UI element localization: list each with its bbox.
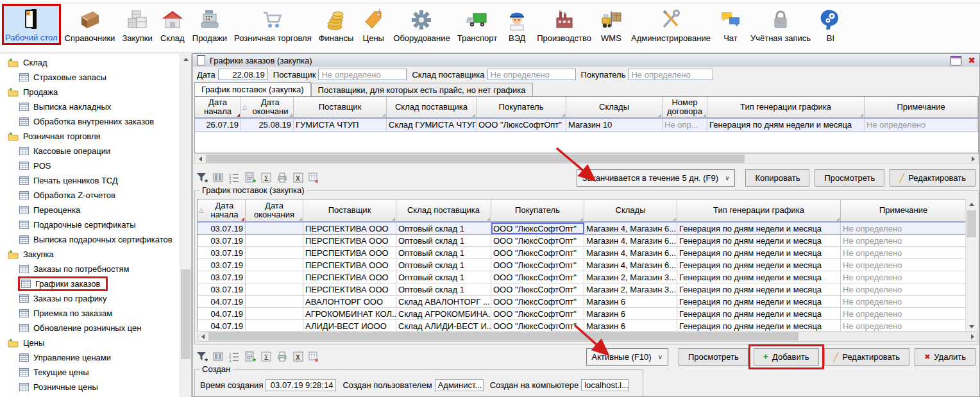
scroll-left-icon[interactable] bbox=[195, 154, 205, 164]
cell[interactable]: Не определено bbox=[841, 283, 967, 295]
cell[interactable] bbox=[246, 247, 303, 258]
cell[interactable]: Генерация по дням недели и месяца bbox=[707, 119, 865, 131]
cell[interactable]: Не определено bbox=[841, 235, 967, 246]
cell[interactable]: ПЕРСПЕКТИВА ООО bbox=[303, 271, 396, 283]
sidebar-item-заказы-по-графику[interactable]: Заказы по графику bbox=[0, 291, 180, 306]
hide-columns-icon[interactable] bbox=[212, 171, 224, 184]
cell[interactable]: АЛИДИ-ВЕСТ ИООО bbox=[303, 320, 396, 332]
sidebar-item-розничные-цены[interactable]: Розничные цены bbox=[0, 380, 180, 394]
cell[interactable]: Не определено bbox=[841, 296, 967, 307]
column-header[interactable]: Дата окончания bbox=[246, 199, 303, 221]
sum-icon[interactable]: Σ bbox=[260, 350, 273, 363]
supplier-field[interactable]: Не определено bbox=[318, 69, 407, 80]
cell[interactable]: Не определено bbox=[841, 308, 967, 319]
column-header[interactable]: Примечание bbox=[865, 97, 978, 117]
cell[interactable]: Склад АЛИДИ-ВЕСТ И... bbox=[396, 320, 491, 332]
cell[interactable] bbox=[246, 320, 303, 332]
toolbar-item-lock[interactable]: Учётная запись bbox=[747, 4, 814, 45]
sidebar-item-переоценка[interactable]: Переоценка bbox=[0, 203, 180, 217]
toolbar-item-customs[interactable]: ВЭД bbox=[501, 4, 533, 45]
table-row[interactable]: 03.07.19ПЕРСПЕКТИВА ООООптовый склад 1ОО… bbox=[198, 247, 967, 259]
cell[interactable]: Склад ГУМИСТА ЧТУП bbox=[387, 119, 477, 131]
print-icon[interactable] bbox=[276, 171, 289, 184]
cell[interactable]: 03.07.19 bbox=[198, 235, 246, 246]
filter-add-icon[interactable] bbox=[196, 350, 208, 363]
cell[interactable]: Оптовый склад 1 bbox=[396, 271, 491, 283]
toolbar-item-truck[interactable]: Транспорт bbox=[454, 4, 501, 45]
cell[interactable] bbox=[246, 259, 303, 271]
main-table-vscrollbar[interactable] bbox=[965, 199, 977, 332]
buyer-field[interactable]: Не определено bbox=[628, 69, 713, 80]
cell[interactable]: Магазин 2, Магазин 3... bbox=[584, 283, 677, 295]
cell[interactable]: Генерация по дням недели и месяца bbox=[677, 271, 841, 283]
sidebar-item-выписка-подарочных-сертификатов[interactable]: Выписка подарочных сертификатов bbox=[0, 232, 180, 247]
sidebar-item-страховые-запасы[interactable]: Страховые запасы bbox=[0, 70, 180, 85]
cell[interactable]: АГРОКОМБИНАТ КОЛ... bbox=[303, 308, 396, 319]
main-table-hscrollbar[interactable] bbox=[197, 331, 978, 342]
cell[interactable]: ООО "ЛюксСофтОпт" bbox=[491, 308, 584, 319]
cell[interactable]: 03.07.19 bbox=[198, 247, 246, 258]
date-field[interactable]: 22.08.19 bbox=[218, 69, 268, 80]
toolbar-item-chat[interactable]: Чат bbox=[714, 4, 747, 45]
edit-button[interactable]: ╱Редактировать bbox=[890, 169, 976, 187]
cell[interactable]: Не определено bbox=[865, 119, 978, 131]
toolbar-item-gear[interactable]: Оборудование bbox=[390, 4, 453, 45]
excel-export-icon[interactable]: X bbox=[292, 171, 305, 184]
toolbar-item-desktop[interactable]: Рабочий стол bbox=[2, 4, 61, 45]
scrollbar-thumb[interactable] bbox=[181, 269, 190, 359]
close-icon[interactable]: ✖ bbox=[968, 56, 976, 65]
toolbar-item-forklift[interactable]: WMS bbox=[595, 4, 627, 45]
cell[interactable]: 04.07.19 bbox=[198, 296, 246, 307]
cell[interactable]: Генерация по дням недели и месяца bbox=[677, 247, 841, 258]
cell[interactable]: Магазин 2, Магазин 3... bbox=[584, 271, 677, 283]
table-row[interactable]: 03.07.19ПЕРСПЕКТИВА ООООптовый склад 1ОО… bbox=[198, 271, 967, 283]
toolbar-item-factory[interactable]: Производство bbox=[534, 4, 595, 45]
column-header[interactable]: Дата начала bbox=[195, 97, 241, 117]
column-header[interactable]: △Дата окончани bbox=[241, 97, 294, 117]
toolbar-item-boxes[interactable]: Закупки bbox=[119, 4, 155, 45]
table-row[interactable]: 26.07.1925.08.19ГУМИСТА ЧТУПСклад ГУМИСТ… bbox=[195, 118, 978, 131]
cell[interactable] bbox=[246, 308, 303, 319]
cell[interactable]: АВАЛОНТОРГ ООО bbox=[303, 296, 396, 307]
numbered-list-icon[interactable]: 123 bbox=[228, 171, 241, 184]
view-button[interactable]: Просмотреть bbox=[815, 169, 884, 187]
scroll-right-icon[interactable] bbox=[968, 154, 978, 164]
toolbar-item-tag[interactable]: Цены bbox=[357, 4, 389, 45]
cell[interactable]: Генерация по дням недели и месяца bbox=[677, 223, 841, 234]
cell[interactable]: Склад АГРОКОМБИНА... bbox=[396, 308, 491, 319]
sidebar-item-продажа[interactable]: Продажа bbox=[0, 85, 180, 99]
cell[interactable]: ГУМИСТА ЧТУП bbox=[294, 119, 387, 131]
table-row[interactable]: 04.07.19АВАЛОНТОРГ ОООСклад АВАЛОНТОРГ .… bbox=[198, 296, 967, 308]
sidebar-item-подарочные-сертификаты[interactable]: Подарочные сертификаты bbox=[0, 217, 180, 232]
copy-button[interactable]: Копировать bbox=[745, 169, 809, 187]
cell[interactable]: Магазин 4, Магазин 6... bbox=[584, 223, 677, 234]
sidebar-item-графики-заказов[interactable]: Графики заказов bbox=[0, 276, 180, 291]
cell[interactable]: Магазин 4, Магазин 6... bbox=[584, 247, 677, 258]
column-header[interactable]: △Дата начала bbox=[198, 199, 246, 221]
created-time-field[interactable]: 03.07.19 9:28:14 bbox=[266, 379, 336, 391]
column-header[interactable]: Поставщик bbox=[294, 97, 387, 117]
column-header[interactable]: Тип генерации графика bbox=[707, 97, 865, 117]
cell[interactable]: Не определено bbox=[841, 271, 967, 283]
cell[interactable]: ООО "ЛюксСофтОпт" bbox=[491, 223, 584, 234]
cell[interactable]: Оптовый склад 1 bbox=[396, 223, 491, 234]
sidebar-item-текущие-цены[interactable]: Текущие цены bbox=[0, 365, 180, 380]
toolbar-item-coins[interactable]: Финансы bbox=[316, 4, 357, 45]
cell[interactable]: Не опр... bbox=[663, 119, 707, 131]
sidebar-item-заказы-по-потребностям[interactable]: Заказы по потребностям bbox=[0, 262, 180, 276]
column-header[interactable]: Склад поставщика bbox=[387, 97, 477, 117]
add-button[interactable]: +Добавить bbox=[754, 348, 819, 366]
cell[interactable] bbox=[246, 296, 303, 307]
sidebar-item-обработка-z-отчетов[interactable]: Обработка Z-отчетов bbox=[0, 188, 180, 203]
cell[interactable]: Генерация по дням недели и месяца bbox=[677, 320, 841, 332]
edit-button[interactable]: ╱Редактировать bbox=[824, 348, 910, 366]
cell[interactable]: Оптовый склад 1 bbox=[396, 247, 491, 258]
column-header[interactable]: Номер договора bbox=[663, 97, 707, 117]
sum-icon[interactable]: Σ bbox=[260, 171, 273, 184]
cell[interactable]: 25.08.19 bbox=[241, 119, 294, 131]
sidebar-item-кассовые-операции[interactable]: Кассовые операции bbox=[0, 144, 180, 158]
column-header[interactable]: Поставщик bbox=[303, 199, 396, 221]
cell[interactable]: 03.07.19 bbox=[198, 259, 246, 271]
top-table-hscrollbar[interactable] bbox=[194, 153, 979, 164]
cell[interactable] bbox=[246, 223, 303, 234]
